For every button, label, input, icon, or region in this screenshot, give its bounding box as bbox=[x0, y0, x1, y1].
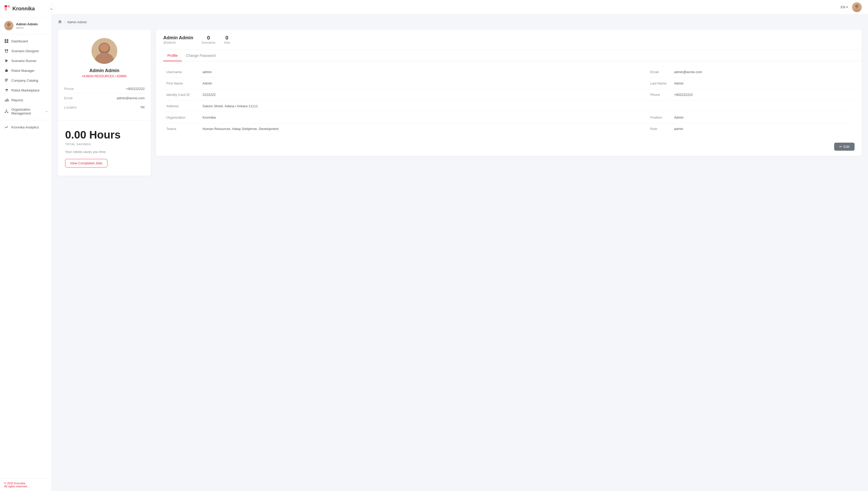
phone-value: +902222222 bbox=[126, 87, 145, 91]
breadcrumb-separator: / bbox=[64, 20, 65, 24]
language-selector[interactable]: EN ▾ bbox=[841, 5, 848, 9]
phone-field-label: Phone bbox=[640, 89, 671, 100]
sidebar-nav: Dashboard Scenario Designer Scenario Run… bbox=[0, 34, 52, 478]
sidebar-item-kronnika-analytics[interactable]: Kronnika Analytics bbox=[0, 122, 52, 132]
organization-value: Kronnika bbox=[200, 112, 640, 123]
identity-value: 2222222 bbox=[200, 89, 640, 100]
profile-detail-phone: Phone +902222222 bbox=[64, 84, 145, 93]
sidebar-item-company-catalog[interactable]: Company Catalog bbox=[0, 76, 52, 85]
sidebar-user-avatar bbox=[4, 21, 13, 30]
svg-rect-6 bbox=[5, 39, 6, 41]
sidebar-item-reports[interactable]: Reports bbox=[0, 95, 52, 105]
lang-dropdown-icon: ▾ bbox=[846, 5, 848, 9]
svg-rect-29 bbox=[8, 99, 8, 102]
svg-rect-10 bbox=[5, 49, 6, 51]
tab-change-password[interactable]: Change Password bbox=[182, 50, 219, 61]
sidebar-item-scenario-runner[interactable]: Scenario Runner bbox=[0, 56, 52, 66]
user-stats-handle: @admin bbox=[163, 40, 193, 45]
profile-info-section: Username admin Email admin@acme.com Firs… bbox=[156, 61, 862, 140]
stat-scenarios: 0 Scenarios bbox=[202, 35, 215, 45]
username-label: Username bbox=[163, 66, 200, 78]
svg-point-32 bbox=[7, 112, 8, 113]
edit-button[interactable]: ✏ Edit bbox=[834, 143, 855, 151]
profile-card-name: Admin Admin bbox=[89, 68, 119, 74]
svg-rect-21 bbox=[5, 79, 8, 79]
sidebar-item-organization-management[interactable]: Organization Management ▾ bbox=[0, 105, 52, 118]
header-user-avatar[interactable] bbox=[852, 2, 862, 12]
table-row: Teams Human Resources, Halay Geliştirme,… bbox=[163, 123, 855, 135]
email-field-label: Email bbox=[640, 66, 671, 78]
svg-line-34 bbox=[5, 112, 6, 112]
position-value: Admin bbox=[671, 112, 855, 123]
reports-icon bbox=[4, 98, 9, 102]
savings-hours: 0.00 Hours bbox=[65, 129, 144, 141]
sidebar-item-company-catalog-label: Company Catalog bbox=[11, 79, 38, 82]
organization-management-icon bbox=[4, 109, 9, 114]
sidebar-item-scenario-designer-label: Scenario Designer bbox=[11, 49, 39, 53]
profile-tabs: Profile Change Password bbox=[156, 50, 862, 61]
user-stats-identity: Admin Admin @admin bbox=[163, 35, 193, 45]
robot-manager-icon bbox=[4, 68, 9, 73]
sidebar-item-scenario-designer[interactable]: Scenario Designer bbox=[0, 46, 52, 56]
left-column: Admin Admin HUMAN RESOURCES / ADMIN Phon… bbox=[58, 30, 151, 176]
svg-rect-20 bbox=[6, 71, 7, 72]
address-label: Address bbox=[163, 100, 200, 112]
svg-point-42 bbox=[100, 44, 109, 52]
profile-photo bbox=[91, 38, 117, 64]
email-value: admin@acme.com bbox=[117, 96, 145, 100]
tab-profile[interactable]: Profile bbox=[163, 50, 182, 61]
table-row: Username admin Email admin@acme.com bbox=[163, 66, 855, 78]
sidebar: Kronnika ‹‹ Admin Admin admin Dashboard bbox=[0, 0, 52, 491]
svg-rect-7 bbox=[7, 39, 8, 41]
edit-button-label: Edit bbox=[844, 145, 849, 149]
sidebar-user: Admin Admin admin bbox=[0, 17, 52, 34]
phone-label: Phone bbox=[64, 87, 74, 91]
svg-point-4 bbox=[7, 23, 10, 26]
svg-rect-27 bbox=[6, 99, 6, 102]
location-value: TR bbox=[140, 106, 145, 109]
cards-row: Admin Admin HUMAN RESOURCES / ADMIN Phon… bbox=[58, 30, 862, 176]
brand-name: Kronnika bbox=[12, 6, 35, 11]
company-catalog-icon bbox=[4, 78, 9, 83]
sidebar-user-role: admin bbox=[16, 26, 38, 29]
sidebar-item-robot-manager-label: Robot Manager bbox=[11, 69, 35, 73]
sidebar-item-robot-manager[interactable]: Robot Manager bbox=[0, 66, 52, 76]
teams-value: Human Resources, Halay Geliştirme, Devel… bbox=[200, 123, 640, 135]
sidebar-item-scenario-runner-label: Scenario Runner bbox=[11, 59, 37, 63]
svg-rect-1 bbox=[7, 5, 10, 7]
sidebar-user-info: Admin Admin admin bbox=[16, 22, 38, 29]
jobs-label: Jobs bbox=[224, 41, 230, 45]
user-stats-bar: Admin Admin @admin 0 Scenarios 0 Jobs bbox=[156, 30, 862, 50]
table-row: Identity Card ID 2222222 Phone +90222222… bbox=[163, 89, 855, 100]
svg-point-25 bbox=[7, 91, 7, 92]
svg-rect-28 bbox=[7, 98, 7, 102]
svg-rect-17 bbox=[6, 69, 7, 70]
scenarios-label: Scenarios bbox=[202, 41, 215, 45]
footer-copy: © 2020 bbox=[4, 482, 13, 485]
sidebar-logo: Kronnika bbox=[0, 0, 52, 17]
home-icon[interactable] bbox=[58, 20, 62, 25]
scenarios-count: 0 bbox=[202, 35, 215, 41]
organization-label: Organization bbox=[163, 112, 200, 123]
footer-brand: Kronnika bbox=[14, 482, 25, 485]
sidebar-item-robot-marketplace[interactable]: Robot Marketplace bbox=[0, 85, 52, 95]
robot-marketplace-icon bbox=[4, 88, 9, 92]
profile-card: Admin Admin HUMAN RESOURCES / ADMIN Phon… bbox=[58, 30, 151, 120]
sidebar-collapse-button[interactable]: ‹‹ bbox=[48, 5, 55, 12]
svg-point-24 bbox=[6, 91, 6, 92]
svg-line-35 bbox=[6, 112, 8, 112]
svg-rect-8 bbox=[5, 41, 6, 43]
profile-card-department: HUMAN RESOURCES / ADMIN bbox=[82, 75, 126, 78]
svg-rect-26 bbox=[5, 100, 5, 102]
sidebar-item-dashboard[interactable]: Dashboard bbox=[0, 36, 52, 46]
location-label: Location bbox=[64, 106, 77, 109]
jobs-count: 0 bbox=[224, 35, 230, 41]
profile-detail-email: Email admin@acme.com bbox=[64, 93, 145, 103]
address-value: Saloon Street. Adana / Ankara 11111 bbox=[200, 100, 855, 112]
svg-point-37 bbox=[855, 4, 859, 8]
view-completed-jobs-button[interactable]: View Completed Jobs bbox=[65, 159, 108, 168]
lastname-value: Admin bbox=[671, 78, 855, 89]
svg-point-19 bbox=[7, 70, 7, 71]
lastname-label: Last Name bbox=[640, 78, 671, 89]
svg-marker-15 bbox=[5, 59, 8, 62]
